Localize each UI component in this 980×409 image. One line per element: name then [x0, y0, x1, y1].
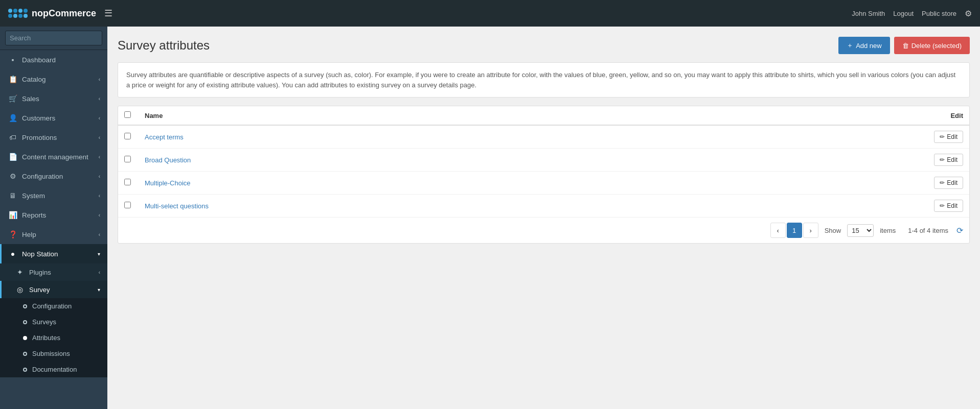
header-name: Name	[139, 106, 928, 125]
header-edit: Edit	[928, 106, 969, 125]
prev-page-button[interactable]: ‹	[770, 223, 786, 238]
sidebar-label-promotions: Promotions	[22, 134, 57, 141]
gear-icon[interactable]: ⚙	[965, 9, 972, 18]
page-header: Survey attributes ＋ Add new 🗑 Delete (se…	[118, 37, 970, 54]
logo-dot-1	[8, 9, 12, 13]
row-edit-cell-3: ✏ Edit	[928, 195, 969, 218]
user-name: John Smith	[852, 10, 885, 17]
table-row: Broad Question ✏ Edit	[118, 149, 969, 172]
row-name-link-3[interactable]: Multi-select questions	[145, 202, 209, 210]
help-icon: ❓	[9, 230, 17, 238]
row-name-0: Accept terms	[139, 125, 928, 149]
table-row: Multiple-Choice ✏ Edit	[118, 172, 969, 195]
submissions-circle-icon	[23, 352, 27, 356]
nopstation-icon: ●	[9, 250, 17, 258]
reports-icon: 📊	[9, 211, 17, 219]
reports-arrow: ‹	[99, 212, 100, 218]
sales-icon: 🛒	[9, 94, 17, 103]
sidebar-item-dashboard[interactable]: ▪ Dashboard	[0, 50, 107, 69]
public-store-link[interactable]: Public store	[922, 10, 956, 17]
sidebar-item-promotions[interactable]: 🏷 Promotions ‹	[0, 128, 107, 147]
sidebar-item-reports[interactable]: 📊 Reports ‹	[0, 205, 107, 225]
row-checkbox-cell	[118, 195, 139, 218]
select-all-checkbox[interactable]	[124, 111, 131, 118]
logo-dot-5	[8, 14, 12, 18]
row-edit-cell-2: ✏ Edit	[928, 172, 969, 195]
sidebar-item-submissions[interactable]: Submissions	[0, 346, 107, 362]
sales-arrow: ‹	[99, 96, 100, 102]
sidebar-label-system: System	[22, 192, 45, 200]
catalog-arrow: ‹	[99, 77, 100, 82]
sidebar-item-attributes[interactable]: Attributes	[0, 330, 107, 346]
sidebar-item-configuration[interactable]: ⚙ Configuration ‹	[0, 166, 107, 186]
sidebar-item-nopstation[interactable]: ● Nop Station ▾	[0, 244, 107, 263]
sidebar-item-documentation[interactable]: Documentation	[0, 362, 107, 377]
row-checkbox-2[interactable]	[124, 179, 131, 185]
survey-icon: ◎	[16, 285, 24, 294]
logo-dot-4	[24, 9, 28, 13]
sidebar-label-documentation: Documentation	[32, 366, 77, 373]
sidebar-label-survey: Survey	[29, 286, 50, 294]
sidebar-label-customers: Customers	[22, 114, 55, 122]
customers-icon: 👤	[9, 114, 17, 122]
plugins-arrow: ‹	[99, 270, 100, 275]
edit-button-0[interactable]: ✏ Edit	[934, 131, 963, 143]
search-input[interactable]	[5, 31, 102, 45]
items-count: 1-4 of 4 items	[908, 227, 948, 234]
sidebar-item-customers[interactable]: 👤 Customers ‹	[0, 108, 107, 128]
surveys-circle-icon	[23, 320, 27, 324]
sidebar-label-reports: Reports	[22, 211, 46, 219]
topnav-right: John Smith Logout Public store ⚙	[852, 9, 972, 18]
sidebar-item-plugins[interactable]: ✦ Plugins ‹	[0, 263, 107, 281]
row-name-link-2[interactable]: Multiple-Choice	[145, 179, 191, 187]
row-name-link-0[interactable]: Accept terms	[145, 133, 184, 141]
logo-dots	[8, 9, 28, 18]
hamburger-menu[interactable]: ☰	[104, 8, 112, 19]
row-checkbox-cell	[118, 172, 139, 195]
edit-button-3[interactable]: ✏ Edit	[934, 200, 963, 212]
configuration-arrow: ‹	[99, 174, 100, 179]
table-container: Name Edit Accept terms ✏ Edit	[118, 106, 970, 244]
edit-button-2[interactable]: ✏ Edit	[934, 177, 963, 189]
sidebar-nopstation-sub: ✦ Plugins ‹ ◎ Survey ▾ Configuration Sur…	[0, 263, 107, 377]
nopstation-arrow: ▾	[98, 251, 100, 257]
sidebar-label-surveys-sub: Surveys	[32, 318, 56, 326]
row-checkbox-0[interactable]	[124, 133, 131, 139]
sidebar-label-submissions: Submissions	[32, 350, 70, 357]
sidebar-item-help[interactable]: ❓ Help ‹	[0, 225, 107, 244]
sidebar-item-survey[interactable]: ◎ Survey ▾	[0, 281, 107, 298]
logo-dot-3	[18, 9, 22, 13]
table-row: Accept terms ✏ Edit	[118, 125, 969, 149]
page-size-select[interactable]: 10152050100	[847, 224, 874, 237]
add-new-button[interactable]: ＋ Add new	[838, 37, 890, 54]
items-label: items	[880, 227, 896, 234]
edit-button-1[interactable]: ✏ Edit	[934, 154, 963, 166]
sidebar-label-catalog: Catalog	[22, 76, 46, 83]
sidebar-label-configuration: Configuration	[22, 173, 63, 180]
sidebar-item-system[interactable]: 🖥 System ‹	[0, 186, 107, 205]
sidebar-item-catalog[interactable]: 📋 Catalog ‹	[0, 69, 107, 89]
sidebar-search-container	[0, 27, 107, 50]
documentation-circle-icon	[23, 368, 27, 372]
page-1-button[interactable]: 1	[787, 223, 802, 238]
row-checkbox-3[interactable]	[124, 202, 131, 208]
info-text: Survey attributes are quantifiable or de…	[126, 71, 955, 89]
attributes-circle-icon	[23, 336, 27, 340]
logout-link[interactable]: Logout	[893, 10, 914, 17]
promotions-icon: 🏷	[9, 133, 17, 141]
logo-dot-8	[24, 14, 28, 18]
sidebar-item-configuration-sub[interactable]: Configuration	[0, 298, 107, 314]
content-arrow: ‹	[99, 154, 100, 160]
table-header-row: Name Edit	[118, 106, 969, 125]
sidebar-item-surveys-sub[interactable]: Surveys	[0, 314, 107, 330]
pencil-icon-3: ✏	[940, 202, 945, 209]
sidebar-item-content[interactable]: 📄 Content management ‹	[0, 147, 107, 166]
next-page-button[interactable]: ›	[803, 223, 818, 238]
sidebar: ▪ Dashboard 📋 Catalog ‹ 🛒 Sales ‹ 👤 Cust…	[0, 27, 107, 409]
row-name-link-1[interactable]: Broad Question	[145, 156, 191, 164]
row-checkbox-1[interactable]	[124, 156, 131, 162]
sidebar-item-sales[interactable]: 🛒 Sales ‹	[0, 89, 107, 108]
row-edit-cell-0: ✏ Edit	[928, 125, 969, 149]
delete-selected-button[interactable]: 🗑 Delete (selected)	[894, 37, 970, 54]
refresh-button[interactable]: ⟳	[956, 226, 963, 235]
